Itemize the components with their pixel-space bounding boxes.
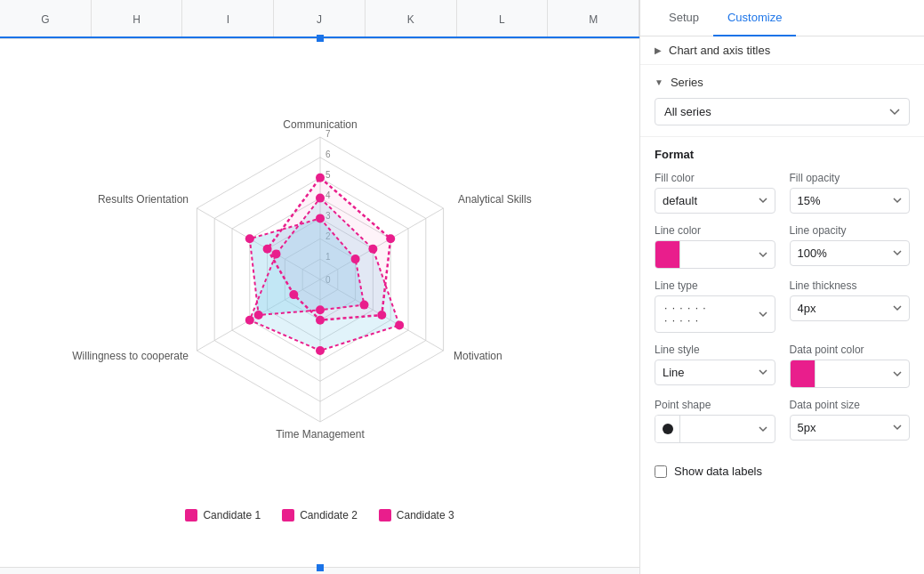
format-section: Format Fill color default Fill opacity 1… (640, 137, 924, 454)
line-type-label: Line type (655, 279, 775, 292)
point-shape-dropdown[interactable] (680, 421, 775, 438)
svg-point-19 (262, 244, 271, 253)
svg-point-14 (316, 173, 325, 182)
svg-point-24 (245, 315, 253, 324)
radar-chart: Communication Analytical Skills Motivati… (71, 75, 569, 502)
chart-area: G H I J K L M (0, 0, 640, 574)
data-point-color-label: Data point color (790, 344, 911, 356)
col-i: I (182, 0, 274, 38)
line-thickness-select[interactable]: 4px (790, 295, 911, 321)
svg-point-31 (245, 234, 253, 243)
show-data-labels-label: Show data labels (674, 465, 762, 478)
show-data-labels-section: Show data labels (640, 454, 924, 489)
svg-point-15 (386, 234, 395, 243)
legend-label-candidate1: Candidate 1 (203, 509, 261, 521)
fill-opacity-field: Fill opacity 15% (790, 172, 911, 214)
line-style-field: Line style Line (655, 344, 775, 388)
spreadsheet-header: G H I J K L M (0, 0, 639, 39)
axis-label-time: Time Management (276, 428, 365, 441)
legend-label-candidate3: Candidate 3 (397, 509, 454, 521)
svg-point-16 (377, 311, 386, 319)
line-color-swatch (655, 241, 680, 268)
line-type-dropdown[interactable] (717, 306, 775, 323)
point-shape-swatch (655, 416, 680, 442)
col-k: K (366, 0, 457, 38)
svg-point-30 (253, 311, 262, 319)
col-g: G (0, 0, 92, 38)
svg-point-25 (271, 249, 280, 258)
format-label: Format (655, 148, 910, 161)
circle-shape-icon (663, 424, 673, 434)
tabs-header: Setup Customize (640, 0, 924, 36)
line-thickness-field: Line thickness 4px (790, 279, 911, 333)
svg-point-27 (350, 255, 359, 263)
line-color-label: Line color (655, 224, 775, 237)
legend-candidate1: Candidate 1 (185, 509, 261, 521)
data-point-color-dropdown[interactable] (816, 366, 910, 383)
data-point-size-select[interactable]: 5px (790, 415, 911, 441)
blue-handle-bottom[interactable] (317, 564, 324, 571)
fill-color-field: Fill color default (655, 172, 775, 214)
col-m: M (548, 0, 639, 38)
line-color-picker[interactable] (655, 240, 775, 269)
fill-opacity-label: Fill opacity (790, 172, 911, 184)
line-style-select[interactable]: Line (655, 360, 775, 385)
series-header[interactable]: ▼ Series (655, 76, 910, 89)
level-6: 6 (325, 150, 331, 159)
bottom-scrollbar (0, 567, 639, 574)
col-j: J (274, 0, 366, 38)
line-opacity-field: Line opacity 100% (790, 224, 911, 269)
legend-dot-candidate3 (379, 509, 391, 521)
axis-label-communication: Communication (283, 118, 357, 131)
format-grid: Fill color default Fill opacity 15% Line… (655, 172, 910, 443)
axis-label-analytical: Analytical Skills (458, 193, 532, 206)
chevron-down-icon: ▼ (655, 77, 663, 87)
axis-label-willingness: Willingness to cooperate (72, 350, 189, 362)
blue-handle-top[interactable] (317, 35, 324, 42)
legend-dot-candidate1 (185, 509, 197, 521)
svg-point-28 (359, 300, 368, 309)
level-5: 5 (325, 170, 331, 180)
point-shape-picker[interactable] (655, 415, 775, 443)
svg-point-26 (316, 214, 325, 222)
svg-point-23 (316, 346, 325, 355)
line-style-label: Line style (655, 344, 775, 356)
line-opacity-label: Line opacity (790, 224, 911, 237)
col-l: L (457, 0, 549, 38)
legend-candidate3: Candidate 3 (379, 509, 454, 521)
tab-customize[interactable]: Customize (713, 0, 796, 36)
axis-label-results: Results Orientation (97, 193, 188, 206)
legend-label-candidate2: Candidate 2 (300, 509, 358, 521)
axis-label-motivation: Motivation (454, 350, 502, 362)
fill-color-label: Fill color (655, 172, 775, 184)
point-shape-field: Point shape (655, 399, 775, 443)
chart-axis-titles-label: Chart and axis titles (669, 44, 770, 57)
col-h: H (92, 0, 183, 38)
line-thickness-label: Line thickness (790, 279, 911, 292)
svg-point-21 (368, 244, 377, 253)
line-color-dropdown[interactable] (680, 247, 775, 263)
svg-point-20 (316, 193, 325, 202)
data-point-size-field: Data point size 5px (790, 399, 911, 443)
chart-axis-titles-header[interactable]: ▶ Chart and axis titles (640, 36, 924, 65)
data-point-color-picker[interactable] (790, 360, 911, 388)
chart-legend: Candidate 1 Candidate 2 Candidate 3 (185, 502, 454, 532)
fill-opacity-select[interactable]: 15% (790, 188, 911, 214)
line-color-field: Line color (655, 224, 775, 269)
legend-dot-candidate2 (282, 509, 294, 521)
svg-point-29 (316, 305, 325, 314)
fill-color-select[interactable]: default (655, 188, 775, 214)
series-dropdown[interactable]: All series (655, 98, 910, 125)
line-opacity-select[interactable]: 100% (790, 240, 911, 266)
line-type-picker[interactable]: · · · · · · · · · · · (655, 295, 775, 333)
point-shape-label: Point shape (655, 399, 775, 411)
data-point-size-label: Data point size (790, 399, 911, 411)
right-panel: Setup Customize ▶ Chart and axis titles … (640, 0, 924, 574)
data-point-color-swatch (791, 360, 816, 387)
legend-candidate2: Candidate 2 (282, 509, 358, 521)
level-7: 7 (325, 129, 331, 139)
svg-point-17 (316, 315, 325, 324)
series-label: Series (671, 76, 703, 89)
tab-setup[interactable]: Setup (655, 0, 713, 36)
show-data-labels-checkbox[interactable] (655, 465, 667, 478)
